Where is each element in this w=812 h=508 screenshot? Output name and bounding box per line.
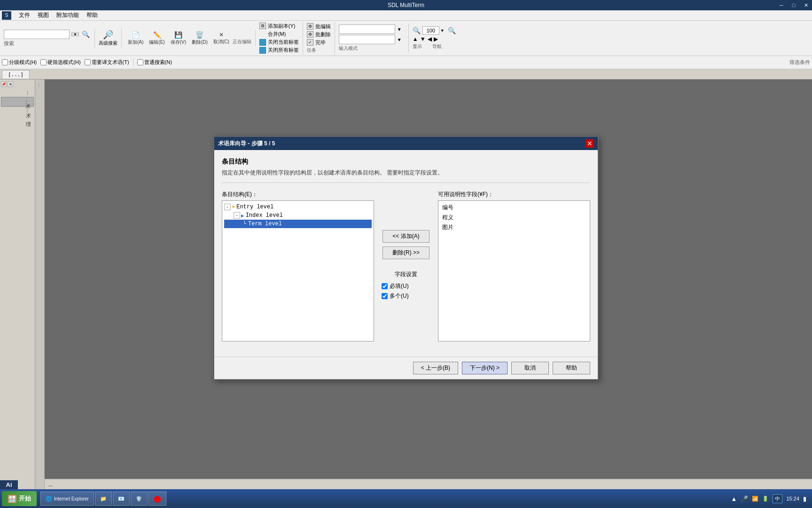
close-current-btn[interactable]: 关闭当前标签 [268,39,299,46]
cancel-entry-btn[interactable]: ✕ 取消(C) [211,32,232,45]
prev-btn[interactable]: < 上一步(B) [413,362,458,374]
need-trans-check[interactable] [85,59,91,65]
batch-del-btn[interactable]: 批删除 [315,31,331,38]
tray-time: 15:24 [786,496,799,501]
edit-btn[interactable]: ✏️ 编辑(E) [147,32,167,45]
add-field-btn[interactable]: << 添加(A) [383,230,429,243]
tab-main[interactable]: [...] [2,70,30,79]
required-checkbox[interactable] [382,283,388,289]
tree-node-entry[interactable]: - ● Entry level [224,203,372,211]
nav-left-btn[interactable]: ◀ [428,36,432,42]
maximize-btn[interactable]: □ [788,0,800,10]
normal-search-check[interactable] [137,59,143,65]
cancel-btn[interactable]: 取消 [511,362,549,374]
help-btn[interactable]: 帮助 [553,362,590,374]
hard-filter-btn[interactable]: 硬筛选模式(H) [40,59,80,66]
menu-help[interactable]: 帮助 [83,10,102,20]
sidebar-close-btn[interactable]: ✕ [8,81,13,87]
taskbar-item-red[interactable]: ⬤ [148,492,166,506]
close-btn[interactable]: ✕ [800,0,812,10]
required-label: 必填(U) [390,282,409,290]
lang-indicator[interactable]: 中 [773,494,782,503]
tree-node-term[interactable]: └ Term level [224,220,372,228]
field-settings-label: 字段设置 [382,270,430,278]
menu-file[interactable]: 文件 [15,10,34,20]
entry-expander[interactable]: - [224,204,231,210]
add-copy-btn[interactable]: 添加副本(Y) [268,23,296,30]
start-button[interactable]: 🪟 开始 [2,491,37,506]
dialog-close-btn[interactable]: ✕ [586,139,594,148]
taskbar-item-security[interactable]: 🛡️ [131,492,148,506]
remove-field-btn[interactable]: 删除(R) >> [383,246,429,259]
hard-filter-check[interactable] [40,59,47,65]
split-mode-check[interactable] [2,59,8,65]
zoom-input[interactable] [422,26,439,35]
nav-up-btn[interactable]: ▲ [413,36,418,42]
menu-addons[interactable]: 附加功能 [53,10,83,20]
available-fields-panel[interactable]: 编号 程义 图片 [438,200,590,341]
spacer [259,31,266,37]
index-expander[interactable]: - [234,212,240,219]
field-item-image[interactable]: 图片 [440,222,588,232]
tray-wifi-icon: 📶 [752,496,758,502]
field-item-def[interactable]: 程义 [440,213,588,222]
input-dropdown[interactable]: ▼ [397,27,405,32]
close-all-btn[interactable]: 关闭所有标签 [268,47,299,54]
search-btn[interactable]: 🔍 [81,30,91,39]
zoom-icon[interactable]: 🔍 [413,27,421,34]
second-toolbar: 分级模式(H) 硬筛选模式(H) 需要译文术语(T) 普通搜索(N) 筛选条件 [0,56,812,69]
multiple-label: 多个(U) [390,292,409,300]
sidebar-item-terms1[interactable]: 术… [1,97,34,107]
complete-btn[interactable]: 完毕 [315,39,326,46]
input-mode-field2[interactable] [339,35,395,44]
sidebar-item-terms2[interactable]: 术… [1,107,34,116]
term-dash: └ [243,221,247,227]
sidebar-pin-btn[interactable]: 📌 [1,81,7,87]
input-mode-field[interactable] [339,24,395,34]
dialog-section-title: 条目结构 [222,158,590,166]
save-btn[interactable]: 💾 保存(V) [168,32,188,45]
new-btn[interactable]: 📄 新加(A) [125,32,146,45]
index-label: Index level [246,212,283,219]
display-label: 显示 [413,43,422,50]
sidebar-item-dots[interactable]: ... [1,89,34,97]
advanced-search-btn[interactable]: 🔎 高级搜索 [99,30,117,47]
delete-btn[interactable]: 🗑️ 删除(D) [189,32,210,45]
zoom-dropdown[interactable]: ▼ [440,28,447,33]
need-trans-btn[interactable]: 需要译文术语(T) [85,59,129,66]
nav-right-btn[interactable]: ▶ [434,36,438,42]
merge-btn[interactable]: 合并(M) [268,31,286,38]
search-section-label: 搜索 [4,40,14,47]
batch-edit-btn[interactable]: 批编辑 [315,23,331,30]
sidebar: 📌 ✕ ... 术… 术… 理 [0,79,35,489]
search-dropdown[interactable]: ▼ [71,32,79,36]
dialog-content: 条目结构 指定在其中使用说明性字段的结构层，以创建术语库的条目结构。 需要时指定… [214,150,598,357]
minimize-btn[interactable]: ─ [775,0,788,10]
tree-node-index[interactable]: - ▶ Index level [224,211,372,220]
split-mode-btn[interactable]: 分级模式(H) [2,59,37,66]
app-icon: S [2,11,11,20]
dialog-title: 术语库向导 - 步骤 5 / 5 [218,140,275,148]
tray-up-icon[interactable]: ▲ [731,495,737,502]
multiple-checkbox[interactable] [382,293,388,299]
editing-label: 正在编辑 [233,39,251,45]
taskbar-item-mail[interactable]: 📧 [113,492,130,506]
zoom-in-btn[interactable]: 🔍 [448,27,456,34]
normal-search-btn[interactable]: 普通搜索(N) [133,59,172,66]
menu-bar: S 文件 视图 附加功能 帮助 [0,10,812,21]
window-controls[interactable]: ─ □ ✕ [775,0,812,10]
next-btn[interactable]: 下一步(N) > [462,362,508,374]
nav-filter-btn[interactable]: ▼ [420,36,426,42]
taskbar-items: 🌐Internet Explorer 📁 📧 🛡️ ⬤ [37,492,727,506]
sidebar-item-manage[interactable]: 理 [1,116,34,119]
taskbar-item-folder[interactable]: 📁 [95,492,112,506]
input-dropdown2[interactable]: ▼ [397,37,405,42]
field-item-number[interactable]: 编号 [440,203,588,213]
gear2-icon: ⚙ [307,31,313,38]
search-input[interactable] [4,30,70,39]
entry-structure-tree[interactable]: - ● Entry level - ▶ Index level [222,200,374,341]
taskbar-item-ie[interactable]: 🌐Internet Explorer [40,492,94,506]
show-desktop-btn[interactable]: ▮ [803,495,806,502]
task-label: 任务 [307,47,316,54]
menu-view[interactable]: 视图 [34,10,53,20]
